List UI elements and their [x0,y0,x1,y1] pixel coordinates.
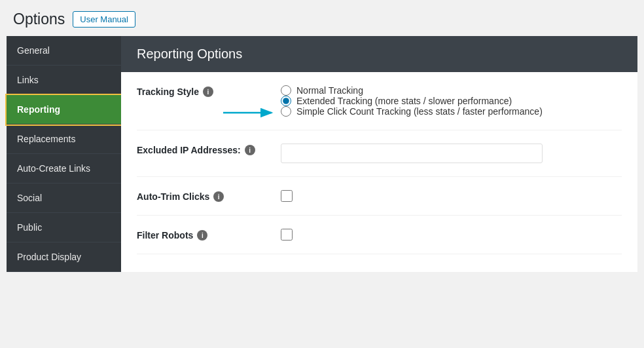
sidebar: General Links Reporting Replacements Aut… [7,36,121,272]
excluded-ip-row: Excluded IP Addresses: i [137,130,622,177]
radio-simple-label: Simple Click Count Tracking (less stats … [296,106,543,117]
radio-normal-tracking[interactable]: Normal Tracking [281,85,622,96]
page-title: Options [13,10,65,28]
sidebar-item-auto-create-links[interactable]: Auto-Create Links [7,154,121,184]
tracking-style-control: Normal Tracking Extended Tracking (more … [281,85,622,117]
tracking-style-info-icon[interactable]: i [203,87,213,97]
sidebar-item-reporting[interactable]: Reporting [7,95,121,125]
content-area: Reporting Options Tracking Style i [121,36,637,272]
radio-extended-tracking[interactable]: Extended Tracking (more stats / slower p… [281,96,622,106]
excluded-ip-info-icon[interactable]: i [245,145,255,155]
section-title: Reporting Options [137,47,622,62]
section-body: Tracking Style i [121,72,637,254]
radio-extended-label: Extended Tracking (more stats / slower p… [296,96,512,106]
radio-simple-tracking[interactable]: Simple Click Count Tracking (less stats … [281,106,622,117]
excluded-ip-input[interactable] [281,144,543,163]
auto-trim-info-icon[interactable]: i [213,191,224,202]
radio-normal-label: Normal Tracking [296,85,363,96]
filter-robots-row: Filter Robots i [137,216,622,254]
sidebar-item-links[interactable]: Links [7,66,121,95]
tracking-style-label: Tracking Style i [137,85,281,97]
user-manual-button[interactable]: User Manual [73,11,135,28]
auto-trim-row: Auto-Trim Clicks i [137,177,622,216]
excluded-ip-label: Excluded IP Addresses: i [137,144,281,155]
sidebar-item-replacements[interactable]: Replacements [7,125,121,154]
sidebar-item-public[interactable]: Public [7,213,121,242]
radio-extended-input[interactable] [281,96,291,106]
sidebar-item-general[interactable]: General [7,36,121,66]
auto-trim-control [281,190,622,202]
page-header: Options User Manual [0,0,644,36]
auto-trim-label: Auto-Trim Clicks i [137,190,281,202]
filter-robots-info-icon[interactable]: i [197,230,207,241]
tracking-style-row: Tracking Style i [137,72,622,130]
filter-robots-label: Filter Robots i [137,229,281,241]
section-header: Reporting Options [121,36,637,72]
radio-normal-input[interactable] [281,85,291,96]
auto-trim-checkbox[interactable] [281,190,293,202]
tracking-options-wrapper: Normal Tracking Extended Tracking (more … [281,85,622,117]
filter-robots-checkbox[interactable] [281,229,293,241]
radio-simple-input[interactable] [281,106,291,117]
filter-robots-control [281,229,622,241]
sidebar-item-product-display[interactable]: Product Display [7,242,121,272]
main-layout: General Links Reporting Replacements Aut… [7,36,637,272]
blue-arrow-icon [222,104,277,122]
sidebar-item-social[interactable]: Social [7,184,121,213]
excluded-ip-control [281,144,622,163]
